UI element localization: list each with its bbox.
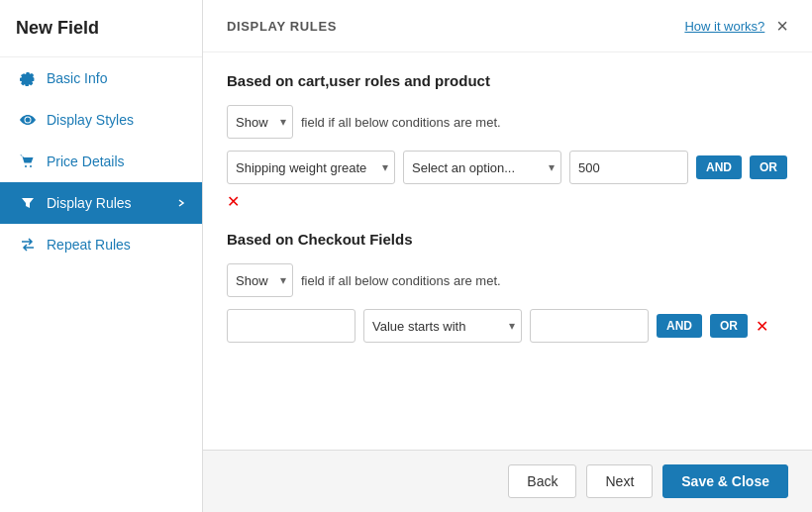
main-body: Based on cart,user roles and product Sho…	[203, 52, 812, 450]
svg-point-0	[26, 118, 31, 123]
sidebar-item-label: Repeat Rules	[47, 237, 186, 253]
sidebar-item-basic-info[interactable]: Basic Info	[0, 57, 202, 99]
or-button-2[interactable]: OR	[710, 314, 748, 338]
show-select[interactable]: Show Hide	[227, 105, 293, 139]
checkout-field-input[interactable]	[227, 309, 355, 343]
show-condition-row-2: Show Hide field if all below conditions …	[227, 263, 788, 297]
show-select-wrapper: Show Hide	[227, 105, 293, 139]
eye-icon	[19, 111, 37, 129]
gear-icon	[19, 69, 37, 87]
shipping-field-select[interactable]: Shipping weight greate	[227, 151, 395, 184]
operator-select-wrapper: Select an option...	[403, 151, 561, 184]
cart-rules-section: Based on cart,user roles and product Sho…	[227, 72, 788, 211]
sidebar-item-label: Price Details	[47, 154, 186, 169]
sidebar-item-label: Display Styles	[47, 112, 186, 128]
sidebar-title: New Field	[0, 0, 202, 57]
save-close-button[interactable]: Save & Close	[662, 464, 788, 498]
remove-button-2[interactable]: ✕	[756, 317, 768, 336]
condition-text-1: field if all below conditions are met.	[301, 115, 501, 130]
sidebar-item-price-details[interactable]: Price Details	[0, 141, 202, 182]
and-button-2[interactable]: AND	[657, 314, 702, 338]
condition-text-2: field if all below conditions are met.	[301, 273, 501, 288]
checkout-rules-section: Based on Checkout Fields Show Hide field…	[227, 231, 788, 343]
show-select-2[interactable]: Show Hide	[227, 263, 293, 297]
show-select-wrapper-2: Show Hide	[227, 263, 293, 297]
sidebar-item-repeat-rules[interactable]: Repeat Rules	[0, 224, 202, 265]
value-operator-select[interactable]: Value starts with Value ends with Value …	[363, 309, 522, 343]
filter-icon	[19, 194, 37, 212]
cart-icon	[19, 153, 37, 170]
close-button[interactable]: ×	[776, 16, 788, 36]
operator-select[interactable]: Select an option...	[403, 151, 561, 184]
sidebar-item-display-styles[interactable]: Display Styles	[0, 99, 202, 141]
next-button[interactable]: Next	[586, 464, 653, 498]
section1-title: Based on cart,user roles and product	[227, 72, 788, 89]
main-content: DISPLAY RULES How it works? × Based on c…	[203, 0, 812, 512]
remove-button-1[interactable]: ✕	[227, 192, 240, 211]
chevron-right-icon	[176, 195, 186, 211]
footer: Back Next Save & Close	[203, 450, 812, 512]
checkout-field-condition-row: Value starts with Value ends with Value …	[227, 309, 788, 343]
section2-title: Based on Checkout Fields	[227, 231, 788, 248]
header-actions: How it works? ×	[684, 16, 788, 36]
show-condition-row: Show Hide field if all below conditions …	[227, 105, 788, 139]
svg-point-2	[30, 165, 32, 167]
value-input-1[interactable]	[569, 151, 688, 184]
repeat-icon	[19, 236, 37, 254]
main-header: DISPLAY RULES How it works? ×	[203, 0, 812, 52]
value-input-2[interactable]	[530, 309, 649, 343]
svg-point-1	[25, 165, 27, 167]
sidebar: New Field Basic Info Display Styles Pric…	[0, 0, 203, 512]
value-starts-wrapper: Value starts with Value ends with Value …	[363, 309, 522, 343]
back-button[interactable]: Back	[508, 464, 576, 498]
and-button-1[interactable]: AND	[696, 155, 742, 179]
sidebar-item-label: Display Rules	[47, 195, 166, 211]
main-header-title: DISPLAY RULES	[227, 19, 337, 34]
how-it-works-link[interactable]: How it works?	[684, 19, 764, 34]
sidebar-item-label: Basic Info	[47, 70, 186, 86]
shipping-field-select-wrapper: Shipping weight greate	[227, 151, 395, 184]
or-button-1[interactable]: OR	[750, 155, 787, 179]
field-condition-row: Shipping weight greate Select an option.…	[227, 151, 788, 211]
sidebar-item-display-rules[interactable]: Display Rules	[0, 182, 202, 224]
